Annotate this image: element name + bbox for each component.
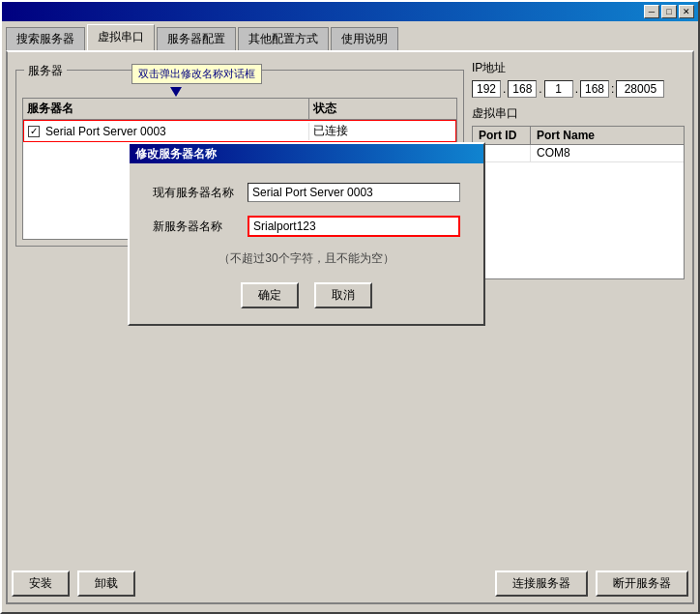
new-name-label: 新服务器名称 xyxy=(153,219,240,235)
modal-overlay: 修改服务器名称 现有服务器名称 新服务器名称 （不超过30个字符，且不能为空） … xyxy=(2,2,698,612)
new-name-input[interactable] xyxy=(248,216,460,237)
main-window: ─ □ ✕ 搜索服务器 虚拟串口 服务器配置 其他配置方式 使用说明 双击弹出修… xyxy=(0,0,700,614)
modal-body: 现有服务器名称 新服务器名称 （不超过30个字符，且不能为空） 确定 取消 xyxy=(130,163,483,324)
new-name-row: 新服务器名称 xyxy=(153,216,460,237)
modal-buttons: 确定 取消 xyxy=(153,282,460,308)
modal-dialog: 修改服务器名称 现有服务器名称 新服务器名称 （不超过30个字符，且不能为空） … xyxy=(128,142,485,326)
modal-hint: （不超过30个字符，且不能为空） xyxy=(153,250,460,267)
modal-title-bar: 修改服务器名称 xyxy=(130,144,483,163)
modal-confirm-button[interactable]: 确定 xyxy=(241,282,299,308)
modal-cancel-button[interactable]: 取消 xyxy=(314,282,372,308)
modal-title-text: 修改服务器名称 xyxy=(135,146,217,162)
current-name-label: 现有服务器名称 xyxy=(153,185,240,201)
current-name-input[interactable] xyxy=(248,183,460,202)
current-name-row: 现有服务器名称 xyxy=(153,183,460,202)
